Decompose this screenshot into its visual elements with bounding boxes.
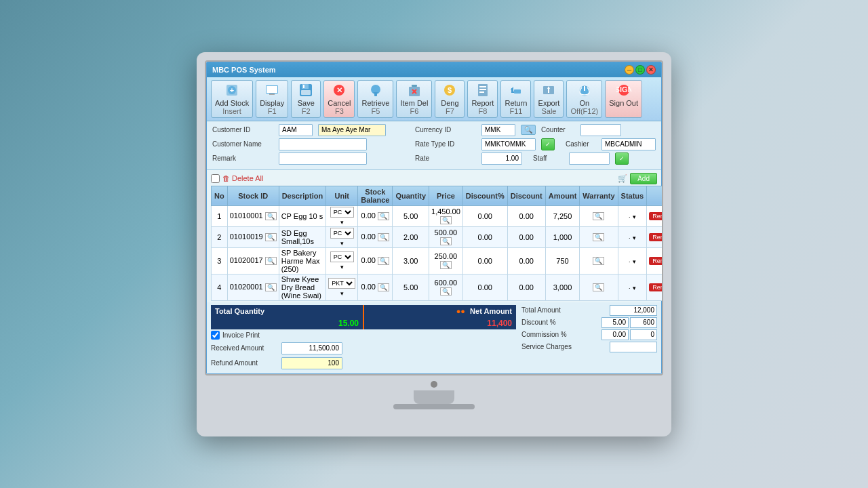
customer-name-display bbox=[318, 124, 386, 136]
return-label: Return bbox=[505, 99, 527, 107]
received-amount-input[interactable] bbox=[281, 342, 342, 354]
on-off-icon bbox=[577, 83, 592, 98]
on-off-sublabel: Off(F12) bbox=[570, 107, 598, 115]
cell-discount: 0.00 bbox=[507, 205, 545, 226]
balance-search-button[interactable]: 🔍 bbox=[378, 283, 389, 291]
warranty-search-button[interactable]: 🔍 bbox=[593, 212, 604, 220]
rate-type-id-input[interactable] bbox=[481, 138, 536, 150]
rate-type-search-button[interactable]: ✓ bbox=[541, 138, 555, 150]
unit-select[interactable]: PC bbox=[330, 207, 354, 218]
cell-unit: PKT ▾ bbox=[326, 274, 358, 300]
unit-select[interactable]: PC bbox=[330, 228, 354, 239]
return-icon bbox=[509, 83, 524, 98]
price-search-button[interactable]: 🔍 bbox=[440, 237, 452, 245]
cell-discount: 0.00 bbox=[507, 274, 545, 300]
staff-input[interactable] bbox=[569, 152, 610, 165]
counter-input[interactable] bbox=[580, 124, 621, 136]
commission-pct-input[interactable] bbox=[601, 329, 629, 340]
export-icon bbox=[541, 83, 556, 98]
cell-warranty: 🔍 bbox=[580, 274, 618, 300]
deng-button[interactable]: $ Deng F7 bbox=[435, 80, 465, 118]
customer-id-input[interactable] bbox=[279, 124, 313, 136]
remove-button[interactable]: Remove bbox=[649, 257, 663, 265]
stock-search-button[interactable]: 🔍 bbox=[265, 283, 277, 291]
price-search-button[interactable]: 🔍 bbox=[440, 287, 452, 296]
report-button[interactable]: Report F8 bbox=[467, 80, 498, 118]
cell-discount-pct: 0.00 bbox=[462, 205, 507, 226]
unit-select[interactable]: PC bbox=[330, 251, 354, 262]
svg-rect-5 bbox=[267, 86, 277, 93]
unit-select[interactable]: PKT bbox=[328, 278, 355, 289]
delete-all-button[interactable]: 🗑 Delete All bbox=[222, 174, 263, 182]
invoice-print-checkbox[interactable] bbox=[211, 331, 220, 340]
cell-price: 1,450.00 🔍 bbox=[429, 205, 463, 226]
cashier-input[interactable] bbox=[601, 138, 656, 150]
net-amount-header: ●● Net Amount bbox=[364, 305, 516, 317]
app-title: MBC POS System bbox=[212, 66, 276, 74]
currency-search-button[interactable]: 🔍 bbox=[521, 125, 536, 135]
currency-id-input[interactable] bbox=[481, 124, 515, 136]
report-label: Report bbox=[471, 99, 494, 107]
service-charges-input[interactable] bbox=[610, 342, 657, 352]
cell-no: 1 bbox=[212, 205, 228, 226]
retrieve-button[interactable]: Retrieve F5 bbox=[357, 80, 393, 118]
item-del-sublabel: F6 bbox=[410, 107, 419, 115]
warranty-search-button[interactable]: 🔍 bbox=[593, 257, 604, 265]
cell-amount: 7,250 bbox=[545, 205, 580, 226]
stock-search-button[interactable]: 🔍 bbox=[265, 257, 277, 265]
cell-stock-balance: 0.00 🔍 bbox=[358, 226, 393, 247]
rate-input[interactable] bbox=[481, 152, 522, 165]
remove-button[interactable]: Remove bbox=[649, 283, 663, 291]
save-button[interactable]: Save F2 bbox=[291, 80, 321, 118]
return-button[interactable]: Return F11 bbox=[500, 80, 531, 118]
price-search-button[interactable]: 🔍 bbox=[440, 216, 452, 224]
return-sublabel: F11 bbox=[509, 107, 522, 115]
staff-search-button[interactable]: ✓ bbox=[615, 152, 629, 165]
warranty-search-button[interactable]: 🔍 bbox=[593, 283, 604, 291]
balance-search-button[interactable]: 🔍 bbox=[378, 257, 389, 265]
cell-quantity: 5.00 bbox=[393, 274, 429, 300]
stock-search-button[interactable]: 🔍 bbox=[265, 212, 277, 220]
summary-area: Total Quantity ●● Net Amount 15.00 11,40… bbox=[207, 302, 661, 373]
col-discount-pct: Discount% bbox=[462, 186, 507, 205]
col-quantity: Quantity bbox=[393, 186, 429, 205]
export-sale-button[interactable]: Export Sale bbox=[534, 80, 564, 118]
warranty-search-button[interactable]: 🔍 bbox=[593, 233, 604, 241]
maximize-button[interactable]: □ bbox=[635, 65, 645, 75]
add-button[interactable]: Add bbox=[630, 173, 657, 184]
sign-out-button[interactable]: SIGN Sign Out bbox=[605, 80, 642, 118]
remove-button[interactable]: Remove bbox=[649, 212, 663, 220]
customer-name-input[interactable] bbox=[279, 138, 367, 150]
price-search-button[interactable]: 🔍 bbox=[440, 261, 452, 269]
cell-stock-id: 01020001 🔍 bbox=[227, 274, 279, 300]
on-off-button[interactable]: On Off(F12) bbox=[566, 80, 602, 118]
close-button[interactable]: ✕ bbox=[646, 65, 656, 75]
cashier-label: Cashier bbox=[566, 140, 596, 148]
refund-amount-input[interactable] bbox=[281, 357, 342, 369]
select-all-checkbox[interactable] bbox=[211, 174, 220, 183]
balance-search-button[interactable]: 🔍 bbox=[378, 212, 389, 220]
minimize-button[interactable]: ─ bbox=[625, 65, 634, 75]
cancel-button[interactable]: ✕ Cancel F3 bbox=[323, 80, 355, 118]
total-amount-label: Total Amount bbox=[521, 306, 561, 314]
cell-warranty: 🔍 bbox=[580, 247, 618, 274]
rate-label: Rate bbox=[415, 155, 476, 162]
remove-button[interactable]: Remove bbox=[649, 233, 663, 241]
export-label: Export bbox=[538, 99, 560, 107]
svg-text:$: $ bbox=[448, 86, 452, 94]
col-warranty: Warranty bbox=[580, 186, 618, 205]
toolbar: + Add Stock Insert Display bbox=[207, 77, 661, 121]
add-stock-button[interactable]: + Add Stock Insert bbox=[211, 80, 253, 118]
balance-search-button[interactable]: 🔍 bbox=[378, 233, 389, 241]
customer-name-label: Customer Name bbox=[212, 140, 273, 148]
display-button[interactable]: Display F1 bbox=[256, 80, 288, 118]
cell-amount: 1,000 bbox=[545, 226, 580, 247]
add-stock-label: Add Stock bbox=[215, 99, 249, 107]
item-del-button[interactable]: Item Del F6 bbox=[396, 80, 432, 118]
remark-input[interactable] bbox=[279, 152, 367, 165]
discount-pct-label: Discount % bbox=[521, 319, 556, 326]
discount-pct-input[interactable] bbox=[601, 317, 629, 328]
stock-search-button[interactable]: 🔍 bbox=[265, 233, 277, 241]
cell-action: Remove bbox=[647, 205, 663, 226]
cell-stock-balance: 0.00 🔍 bbox=[358, 247, 393, 274]
